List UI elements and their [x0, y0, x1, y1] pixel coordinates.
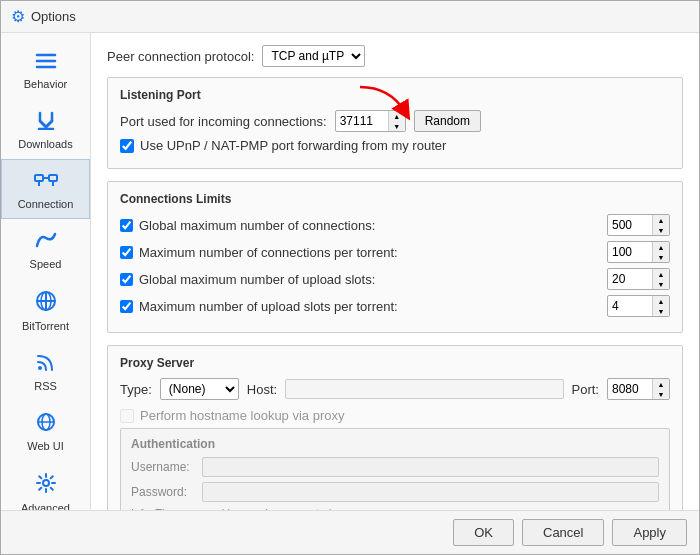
speed-icon: [35, 230, 57, 254]
max-conn-torrent-label: Maximum number of connections per torren…: [139, 245, 601, 260]
global-max-conn-up[interactable]: ▲: [653, 215, 669, 225]
proxy-host-input[interactable]: [285, 379, 563, 399]
listening-port-section: Listening Port Port used for incoming co…: [107, 77, 683, 169]
max-upload-torrent-spinbox[interactable]: ▲ ▼: [607, 295, 670, 317]
connections-limits-title: Connections Limits: [120, 192, 670, 206]
downloads-icon: [35, 110, 57, 134]
conn-limit-row-0: Global maximum number of connections: ▲ …: [120, 214, 670, 236]
webui-label: Web UI: [27, 440, 63, 452]
behavior-label: Behavior: [24, 78, 67, 90]
username-input[interactable]: [202, 457, 659, 477]
password-label: Password:: [131, 485, 196, 499]
max-conn-torrent-btns: ▲ ▼: [652, 242, 669, 262]
upnp-checkbox[interactable]: [120, 139, 134, 153]
max-conn-torrent-down[interactable]: ▼: [653, 252, 669, 262]
connections-limits-section: Connections Limits Global maximum number…: [107, 181, 683, 333]
global-max-conn-down[interactable]: ▼: [653, 225, 669, 235]
username-label: Username:: [131, 460, 196, 474]
protocol-label: Peer connection protocol:: [107, 49, 254, 64]
auth-title: Authentication: [131, 437, 659, 451]
window-title: Options: [31, 9, 76, 24]
password-info: Info: The password is saved unencrypted: [131, 507, 659, 510]
ok-button[interactable]: OK: [453, 519, 514, 546]
port-decrement[interactable]: ▼: [389, 121, 405, 131]
downloads-label: Downloads: [18, 138, 72, 150]
rss-icon: [36, 352, 56, 376]
title-bar: ⚙ Options: [1, 1, 699, 33]
global-max-upload-up[interactable]: ▲: [653, 269, 669, 279]
proxy-server-title: Proxy Server: [120, 356, 670, 370]
max-upload-torrent-up[interactable]: ▲: [653, 296, 669, 306]
sidebar-item-advanced[interactable]: Advanced: [1, 461, 90, 510]
max-upload-torrent-label: Maximum number of upload slots per torre…: [139, 299, 601, 314]
proxy-port-down[interactable]: ▼: [653, 389, 669, 399]
max-upload-torrent-input[interactable]: [608, 297, 652, 315]
global-max-upload-checkbox[interactable]: [120, 273, 133, 286]
hostname-lookup-checkbox[interactable]: [120, 409, 134, 423]
content-area: Behavior Downloads: [1, 33, 699, 510]
conn-limit-row-2: Global maximum number of upload slots: ▲…: [120, 268, 670, 290]
rss-label: RSS: [34, 380, 57, 392]
cancel-button[interactable]: Cancel: [522, 519, 604, 546]
port-spinbox-btns: ▲ ▼: [388, 111, 405, 131]
svg-rect-5: [35, 175, 43, 181]
sidebar-item-bittorrent[interactable]: BitTorrent: [1, 279, 90, 341]
max-conn-torrent-up[interactable]: ▲: [653, 242, 669, 252]
global-max-conn-input[interactable]: [608, 216, 652, 234]
proxy-type-row: Type: (None) HTTP SOCKS4 SOCKS5 Host: Po…: [120, 378, 670, 400]
sidebar-item-speed[interactable]: Speed: [1, 219, 90, 279]
proxy-type-label: Type:: [120, 382, 152, 397]
global-max-conn-label: Global maximum number of connections:: [139, 218, 601, 233]
max-upload-torrent-checkbox[interactable]: [120, 300, 133, 313]
port-input[interactable]: [336, 112, 388, 130]
main-panel: Peer connection protocol: TCP and µTP TC…: [91, 33, 699, 510]
global-max-upload-input[interactable]: [608, 270, 652, 288]
svg-point-14: [38, 366, 42, 370]
random-button[interactable]: Random: [414, 110, 481, 132]
proxy-port-up[interactable]: ▲: [653, 379, 669, 389]
max-conn-torrent-input[interactable]: [608, 243, 652, 261]
proxy-type-select[interactable]: (None) HTTP SOCKS4 SOCKS5: [160, 378, 239, 400]
sidebar: Behavior Downloads: [1, 33, 91, 510]
global-max-upload-btns: ▲ ▼: [652, 269, 669, 289]
listening-port-title: Listening Port: [120, 88, 670, 102]
global-max-conn-btns: ▲ ▼: [652, 215, 669, 235]
sidebar-item-downloads[interactable]: Downloads: [1, 99, 90, 159]
sidebar-item-behavior[interactable]: Behavior: [1, 41, 90, 99]
auth-section: Authentication Username: Password: Info:…: [120, 428, 670, 510]
proxy-port-label: Port:: [572, 382, 599, 397]
options-window: ⚙ Options Behavior: [0, 0, 700, 555]
global-max-upload-label: Global maximum number of upload slots:: [139, 272, 601, 287]
bottom-bar: OK Cancel Apply: [1, 510, 699, 554]
proxy-port-spinbox[interactable]: ▲ ▼: [607, 378, 670, 400]
global-max-upload-down[interactable]: ▼: [653, 279, 669, 289]
protocol-select[interactable]: TCP and µTP TCP µTP: [262, 45, 365, 67]
protocol-section: Peer connection protocol: TCP and µTP TC…: [107, 45, 683, 67]
webui-icon: [35, 412, 57, 436]
behavior-icon: [35, 52, 57, 74]
sidebar-item-connection[interactable]: Connection: [1, 159, 90, 219]
proxy-server-section: Proxy Server Type: (None) HTTP SOCKS4 SO…: [107, 345, 683, 510]
max-conn-torrent-spinbox[interactable]: ▲ ▼: [607, 241, 670, 263]
global-max-conn-checkbox[interactable]: [120, 219, 133, 232]
sidebar-item-webui[interactable]: Web UI: [1, 401, 90, 461]
port-label: Port used for incoming connections:: [120, 114, 327, 129]
sidebar-item-rss[interactable]: RSS: [1, 341, 90, 401]
max-conn-torrent-checkbox[interactable]: [120, 246, 133, 259]
connection-label: Connection: [18, 198, 74, 210]
proxy-port-input[interactable]: [608, 380, 652, 398]
global-max-conn-spinbox[interactable]: ▲ ▼: [607, 214, 670, 236]
max-upload-torrent-down[interactable]: ▼: [653, 306, 669, 316]
port-spinbox[interactable]: ▲ ▼: [335, 110, 406, 132]
global-max-upload-spinbox[interactable]: ▲ ▼: [607, 268, 670, 290]
svg-rect-6: [49, 175, 57, 181]
bittorrent-icon: [35, 290, 57, 316]
port-increment[interactable]: ▲: [389, 111, 405, 121]
upnp-label[interactable]: Use UPnP / NAT-PMP port forwarding from …: [140, 138, 446, 153]
upnp-row: Use UPnP / NAT-PMP port forwarding from …: [120, 138, 670, 153]
svg-point-18: [43, 480, 49, 486]
password-input[interactable]: [202, 482, 659, 502]
proxy-host-label: Host:: [247, 382, 277, 397]
apply-button[interactable]: Apply: [612, 519, 687, 546]
connection-icon: [34, 170, 58, 194]
